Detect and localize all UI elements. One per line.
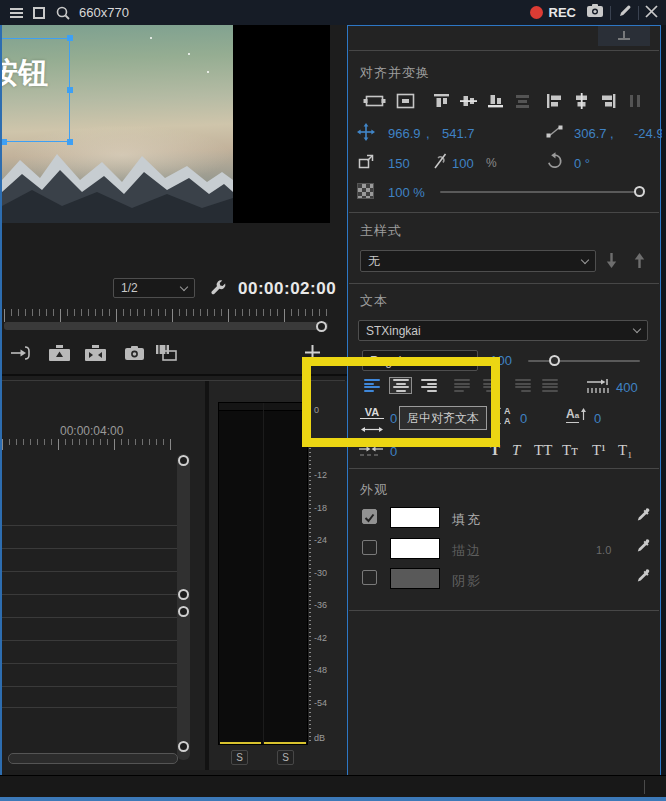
distribute-vertical-icon[interactable] xyxy=(513,92,533,114)
chevron-down-icon xyxy=(180,282,188,290)
scroll-handle[interactable] xyxy=(178,606,189,617)
superscript-button[interactable]: T¹ xyxy=(592,442,606,459)
db-label: -42 xyxy=(314,633,348,643)
scroll-handle[interactable] xyxy=(178,455,189,466)
section-divider xyxy=(349,50,659,51)
zoom-scrollbar-handle[interactable] xyxy=(316,321,327,332)
selection-handle[interactable] xyxy=(67,87,73,93)
timeline-ruler-major-ticks[interactable] xyxy=(2,439,177,450)
stroke-width-value[interactable]: 1.0 xyxy=(596,544,611,556)
menu-icon[interactable] xyxy=(10,6,23,20)
font-style-select[interactable]: Regular xyxy=(362,350,478,371)
fill-checkbox[interactable] xyxy=(362,509,377,524)
opacity-slider-track[interactable] xyxy=(440,191,644,193)
close-icon[interactable] xyxy=(645,4,658,22)
track-divider xyxy=(2,525,177,526)
font-size-slider-handle[interactable] xyxy=(549,355,560,366)
faux-bold-button[interactable]: T xyxy=(490,442,500,459)
font-size-slider-track[interactable] xyxy=(528,360,640,362)
unlink-scale-icon[interactable] xyxy=(432,152,449,174)
dock-tab-button[interactable] xyxy=(598,26,650,46)
stroke-checkbox[interactable] xyxy=(362,540,377,555)
selection-handle[interactable] xyxy=(2,139,7,145)
db-label: dB xyxy=(314,733,348,743)
chevron-down-icon xyxy=(581,255,589,263)
push-style-up-icon[interactable] xyxy=(632,252,647,273)
push-style-down-icon[interactable] xyxy=(604,252,619,273)
solo-button-left[interactable]: S xyxy=(231,750,248,765)
leading-value[interactable]: 0 xyxy=(520,411,527,426)
justify-last-left-button[interactable] xyxy=(452,378,473,393)
distribute-horizontal-icon[interactable] xyxy=(626,92,644,114)
insert-clip-icon[interactable] xyxy=(10,345,32,366)
anchor-x-value[interactable]: 306.7 xyxy=(574,126,607,141)
scale-value[interactable]: 150 xyxy=(388,156,410,171)
font-size-value[interactable]: 100 xyxy=(484,353,512,368)
small-caps-button[interactable]: Tт xyxy=(562,442,578,459)
all-caps-button[interactable]: TT xyxy=(534,442,552,459)
subscript-button[interactable]: T₁ xyxy=(618,442,632,459)
align-text-left-button[interactable] xyxy=(362,378,383,393)
fill-eyedropper-icon[interactable] xyxy=(636,507,652,527)
faux-italic-button[interactable]: T xyxy=(512,442,520,459)
track-divider xyxy=(2,571,177,572)
fit-frame-icon[interactable] xyxy=(363,92,386,114)
align-left-icon[interactable] xyxy=(545,92,565,114)
freeze-frame-icon[interactable] xyxy=(48,344,73,366)
align-right-icon[interactable] xyxy=(598,92,618,114)
film-frames-icon[interactable] xyxy=(155,344,178,366)
align-bottom-icon[interactable] xyxy=(486,92,506,114)
align-horizontal-center-icon[interactable] xyxy=(572,92,592,114)
program-monitor: 按钮 xyxy=(2,25,330,223)
window-icon[interactable] xyxy=(33,7,45,19)
settings-wrench-icon[interactable] xyxy=(209,279,228,302)
align-vertical-center-icon[interactable] xyxy=(459,92,479,114)
selection-box[interactable] xyxy=(2,38,70,142)
shadow-color-swatch[interactable] xyxy=(390,568,440,589)
selection-handle[interactable] xyxy=(67,139,73,145)
rec-label[interactable]: REC xyxy=(549,5,576,20)
scale-width-value[interactable]: 100 xyxy=(452,156,474,171)
section-divider xyxy=(349,468,659,469)
font-family-select[interactable]: STXingkai xyxy=(358,320,648,341)
screenshot-camera-icon[interactable] xyxy=(586,3,604,22)
zoom-scrollbar[interactable] xyxy=(4,322,328,330)
baseline-shift-value[interactable]: 0 xyxy=(594,411,601,426)
align-text-right-button[interactable] xyxy=(418,378,439,393)
justify-last-right-button[interactable] xyxy=(512,378,533,393)
opacity-value[interactable]: 100 % xyxy=(388,185,425,200)
scroll-handle[interactable] xyxy=(178,741,189,752)
section-divider xyxy=(349,610,659,611)
master-style-select[interactable]: 无 xyxy=(360,250,596,272)
tracking-value[interactable]: 0 xyxy=(390,411,397,426)
opacity-slider-handle[interactable] xyxy=(634,186,645,197)
status-bar-divider xyxy=(644,780,645,794)
anchor-y-value[interactable]: -24.9 xyxy=(634,126,662,141)
position-x-value[interactable]: 966.9 xyxy=(388,126,421,141)
selection-handle[interactable] xyxy=(67,35,73,41)
stroke-color-swatch[interactable] xyxy=(390,538,440,559)
justify-full-button[interactable] xyxy=(540,378,561,393)
align-top-icon[interactable] xyxy=(432,92,452,114)
rotation-value[interactable]: 0 ° xyxy=(574,156,590,171)
shadow-eyedropper-icon[interactable] xyxy=(636,568,652,588)
camera-snapshot-icon[interactable] xyxy=(124,345,145,365)
position-y-value[interactable]: 541.7 xyxy=(442,126,475,141)
stroke-eyedropper-icon[interactable] xyxy=(636,538,652,558)
scroll-handle[interactable] xyxy=(178,589,189,600)
pencil-icon[interactable] xyxy=(617,3,632,22)
add-icon[interactable] xyxy=(304,344,321,365)
search-icon[interactable] xyxy=(55,5,71,21)
center-in-frame-icon[interactable] xyxy=(394,92,417,114)
solo-button-right[interactable]: S xyxy=(277,750,294,765)
tab-width-value[interactable]: 400 xyxy=(616,380,638,395)
align-text-center-button[interactable] xyxy=(390,378,411,393)
preview-zoom-select[interactable]: 1/2 xyxy=(113,278,195,298)
fill-color-swatch[interactable] xyxy=(390,507,440,528)
timeline-horizontal-scrollbar[interactable] xyxy=(8,753,178,764)
monitor-timecode[interactable]: 00:00:02:00 xyxy=(238,279,336,299)
kerning-value[interactable]: 0 xyxy=(390,444,397,459)
justify-last-center-button[interactable] xyxy=(480,378,501,393)
frame-export-icon[interactable] xyxy=(84,344,109,366)
shadow-checkbox[interactable] xyxy=(362,570,377,585)
